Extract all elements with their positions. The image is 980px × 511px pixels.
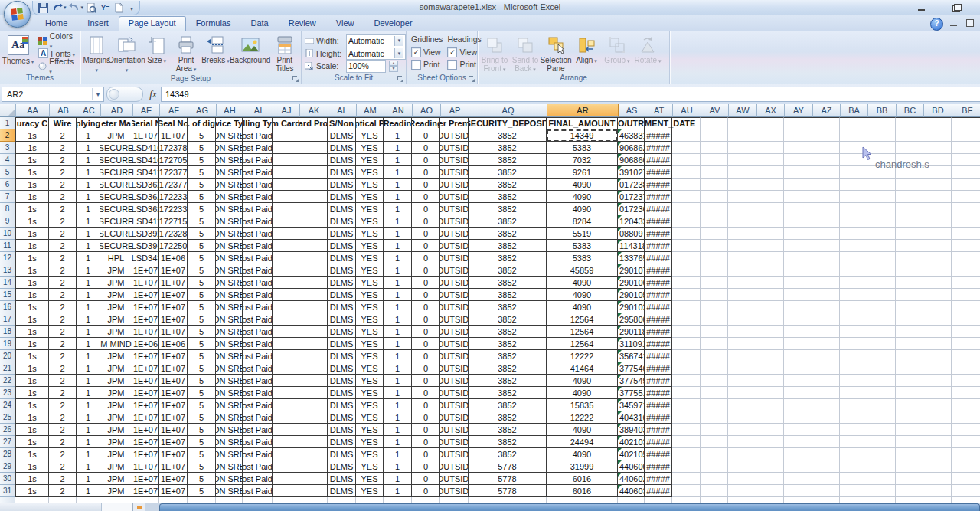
sheet-tab[interactable] bbox=[102, 503, 133, 511]
cell-BD7[interactable] bbox=[923, 191, 952, 203]
cell-AY21[interactable] bbox=[784, 362, 812, 375]
cell-AF7[interactable]: 172233 bbox=[159, 191, 188, 203]
cell-AG5[interactable]: 5 bbox=[188, 166, 216, 179]
cell-BA6[interactable] bbox=[840, 179, 867, 191]
cell-AE24[interactable]: 1E+07 bbox=[132, 399, 159, 411]
cell-AM29[interactable]: YES bbox=[356, 460, 384, 473]
width-select[interactable]: Automatic▼ bbox=[346, 34, 406, 47]
cell-AZ15[interactable] bbox=[812, 289, 840, 301]
cell-AA22[interactable]: 1s bbox=[15, 375, 49, 387]
cell-AX8[interactable] bbox=[756, 203, 784, 215]
cell-AP3[interactable]: OUTSIDI bbox=[440, 142, 469, 154]
row-header-1[interactable]: 1 bbox=[0, 117, 15, 129]
cell-BE13[interactable] bbox=[952, 264, 980, 277]
row-header-28[interactable]: 28 bbox=[0, 448, 15, 460]
cell-AK3[interactable] bbox=[299, 142, 328, 154]
cell-BB24[interactable] bbox=[867, 399, 896, 411]
cell-AL31[interactable]: DLMS bbox=[328, 485, 356, 497]
row-header-17[interactable]: 17 bbox=[0, 313, 15, 326]
cell-AO26[interactable]: 0 bbox=[412, 424, 440, 436]
cell-AT5[interactable]: ##### bbox=[645, 166, 672, 179]
cell-AW23[interactable] bbox=[728, 387, 756, 399]
cell-AI7[interactable]: ost Paid bbox=[243, 191, 273, 203]
cell-AC15[interactable]: 1 bbox=[77, 289, 100, 301]
cell-AE1[interactable]: Serial N bbox=[132, 117, 159, 129]
cell-BC23[interactable] bbox=[896, 387, 923, 399]
cell-BC15[interactable] bbox=[896, 289, 923, 301]
cell-AN29[interactable]: 1 bbox=[384, 460, 412, 473]
cell-AY6[interactable] bbox=[784, 179, 812, 191]
cell-AS14[interactable]: 290106 bbox=[618, 277, 645, 289]
cell-BE30[interactable] bbox=[952, 473, 980, 485]
gridlines-print-checkbox[interactable]: Print bbox=[411, 58, 443, 70]
cell-BE12[interactable] bbox=[952, 252, 980, 264]
cell-AR5[interactable]: 9261 bbox=[547, 166, 618, 179]
cell-AL18[interactable]: DLMS bbox=[328, 326, 356, 338]
cell-BB27[interactable] bbox=[867, 436, 896, 448]
cell-AW13[interactable] bbox=[728, 264, 756, 277]
cell-AP26[interactable]: OUTSIDI bbox=[440, 424, 469, 436]
cell-AP19[interactable]: OUTSIDI bbox=[440, 338, 469, 350]
cell-AM15[interactable]: YES bbox=[356, 289, 384, 301]
cell-AH9[interactable]: ON SRB bbox=[216, 215, 243, 228]
cell-AO10[interactable]: 0 bbox=[412, 228, 440, 240]
cell-BC28[interactable] bbox=[896, 448, 923, 460]
cell-AD31[interactable]: JPM bbox=[100, 485, 132, 497]
cell-AD15[interactable]: JPM bbox=[100, 289, 132, 301]
cell-AX30[interactable] bbox=[756, 473, 784, 485]
cell-AT29[interactable]: ##### bbox=[645, 460, 672, 473]
cell-AB5[interactable]: 2 bbox=[49, 166, 77, 179]
col-header-AR[interactable]: AR bbox=[547, 104, 619, 117]
cell-BC24[interactable] bbox=[896, 399, 923, 411]
cell-AZ4[interactable] bbox=[812, 154, 840, 166]
cell-BB25[interactable] bbox=[867, 411, 896, 424]
cell-AX2[interactable] bbox=[756, 129, 784, 142]
cell-AW15[interactable] bbox=[728, 289, 756, 301]
cell-AA9[interactable]: 1s bbox=[15, 215, 49, 228]
cell-AS15[interactable]: 290105 bbox=[618, 289, 645, 301]
bring-to-front-button[interactable]: Bring to Front bbox=[479, 33, 510, 74]
cell-AW20[interactable] bbox=[728, 350, 756, 362]
cell-AM27[interactable]: YES bbox=[356, 436, 384, 448]
cell-AK9[interactable] bbox=[299, 215, 328, 228]
cell-AF28[interactable]: 1E+07 bbox=[159, 448, 188, 460]
cell-BE4[interactable] bbox=[952, 154, 980, 166]
help-button[interactable]: ? bbox=[930, 18, 943, 31]
row-header-8[interactable]: 8 bbox=[0, 203, 15, 215]
row-header-29[interactable]: 29 bbox=[0, 460, 15, 473]
cell-AE18[interactable]: 1E+07 bbox=[132, 326, 159, 338]
cell-AP25[interactable]: OUTSIDI bbox=[440, 411, 469, 424]
cell-BD13[interactable] bbox=[923, 264, 952, 277]
group-button[interactable]: Group bbox=[602, 33, 632, 74]
cell-AI6[interactable]: ost Paid bbox=[243, 179, 273, 191]
cell-AS9[interactable]: 120432 bbox=[618, 215, 645, 228]
tab-insert[interactable]: Insert bbox=[77, 16, 119, 31]
cell-AC30[interactable]: 1 bbox=[77, 473, 100, 485]
cell-AJ31[interactable] bbox=[273, 485, 299, 497]
cell-AT28[interactable]: ##### bbox=[645, 448, 672, 460]
cell-AK20[interactable] bbox=[299, 350, 328, 362]
cell-AZ23[interactable] bbox=[812, 387, 840, 399]
cell-AB20[interactable]: 2 bbox=[49, 350, 77, 362]
cell-AM23[interactable]: YES bbox=[356, 387, 384, 399]
cell-AI11[interactable]: ost Paid bbox=[243, 240, 273, 252]
cell-AO8[interactable]: 0 bbox=[412, 203, 440, 215]
cell-AK28[interactable] bbox=[299, 448, 328, 460]
cell-BD28[interactable] bbox=[923, 448, 952, 460]
cell-AH23[interactable]: ON SRB bbox=[216, 387, 243, 399]
cell-AH26[interactable]: ON SRB bbox=[216, 424, 243, 436]
cell-BC20[interactable] bbox=[896, 350, 923, 362]
cell-AV26[interactable] bbox=[701, 424, 728, 436]
cell-BA13[interactable] bbox=[840, 264, 867, 277]
cell-AC29[interactable]: 1 bbox=[77, 460, 100, 473]
cell-AV23[interactable] bbox=[701, 387, 728, 399]
cell-AW16[interactable] bbox=[728, 301, 756, 313]
cell-AS29[interactable]: 440600 bbox=[618, 460, 645, 473]
cell-AO11[interactable]: 0 bbox=[412, 240, 440, 252]
cell-AU25[interactable] bbox=[672, 411, 701, 424]
cell-BB10[interactable] bbox=[867, 228, 896, 240]
cell-AO25[interactable]: 0 bbox=[412, 411, 440, 424]
cell-AJ8[interactable] bbox=[273, 203, 299, 215]
cell-AH14[interactable]: ON SRB bbox=[216, 277, 243, 289]
cell-AC1[interactable]: plying bbox=[77, 117, 100, 129]
